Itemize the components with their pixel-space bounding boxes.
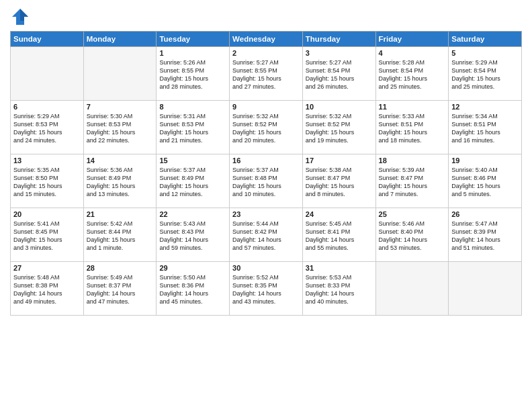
cell-info: Sunrise: 5:29 AM Sunset: 8:54 PM Dayligh… bbox=[451, 58, 519, 91]
calendar-cell: 12Sunrise: 5:34 AM Sunset: 8:51 PM Dayli… bbox=[449, 101, 522, 154]
header bbox=[10, 7, 522, 27]
cell-info: Sunrise: 5:32 AM Sunset: 8:52 PM Dayligh… bbox=[306, 112, 373, 145]
day-number: 2 bbox=[232, 49, 300, 57]
cell-info: Sunrise: 5:27 AM Sunset: 8:55 PM Dayligh… bbox=[232, 58, 300, 91]
day-number: 9 bbox=[232, 103, 300, 111]
day-number: 29 bbox=[159, 264, 226, 272]
day-number: 26 bbox=[451, 210, 519, 218]
day-number: 1 bbox=[159, 49, 226, 57]
day-number: 27 bbox=[13, 264, 81, 272]
day-number: 11 bbox=[379, 103, 446, 111]
cell-info: Sunrise: 5:46 AM Sunset: 8:40 PM Dayligh… bbox=[379, 220, 446, 253]
day-number: 23 bbox=[232, 210, 300, 218]
day-number: 3 bbox=[306, 49, 373, 57]
calendar-cell: 14Sunrise: 5:36 AM Sunset: 8:49 PM Dayli… bbox=[83, 154, 157, 208]
day-number: 24 bbox=[306, 210, 373, 218]
cell-info: Sunrise: 5:37 AM Sunset: 8:49 PM Dayligh… bbox=[159, 166, 226, 199]
day-number: 22 bbox=[159, 210, 226, 218]
calendar-cell: 17Sunrise: 5:38 AM Sunset: 8:47 PM Dayli… bbox=[302, 154, 375, 208]
header-saturday: Saturday bbox=[449, 32, 522, 47]
calendar-cell: 3Sunrise: 5:27 AM Sunset: 8:54 PM Daylig… bbox=[302, 47, 375, 101]
calendar-cell bbox=[449, 262, 522, 316]
cell-info: Sunrise: 5:50 AM Sunset: 8:36 PM Dayligh… bbox=[159, 273, 226, 306]
calendar-cell bbox=[11, 47, 84, 101]
header-friday: Friday bbox=[375, 32, 449, 47]
calendar-cell: 19Sunrise: 5:40 AM Sunset: 8:46 PM Dayli… bbox=[449, 154, 522, 208]
calendar-cell: 11Sunrise: 5:33 AM Sunset: 8:51 PM Dayli… bbox=[375, 101, 449, 154]
day-number: 21 bbox=[87, 210, 154, 218]
calendar-cell: 21Sunrise: 5:42 AM Sunset: 8:44 PM Dayli… bbox=[83, 208, 157, 262]
cell-info: Sunrise: 5:40 AM Sunset: 8:46 PM Dayligh… bbox=[451, 166, 519, 199]
calendar-cell: 7Sunrise: 5:30 AM Sunset: 8:53 PM Daylig… bbox=[83, 101, 157, 154]
page-container: SundayMondayTuesdayWednesdayThursdayFrid… bbox=[0, 0, 532, 322]
cell-info: Sunrise: 5:37 AM Sunset: 8:48 PM Dayligh… bbox=[232, 166, 300, 199]
calendar-cell: 27Sunrise: 5:48 AM Sunset: 8:38 PM Dayli… bbox=[11, 262, 84, 316]
calendar-cell: 6Sunrise: 5:29 AM Sunset: 8:53 PM Daylig… bbox=[11, 101, 84, 154]
day-number: 13 bbox=[13, 156, 81, 165]
day-number: 16 bbox=[232, 156, 300, 165]
cell-info: Sunrise: 5:27 AM Sunset: 8:54 PM Dayligh… bbox=[306, 58, 373, 91]
header-sunday: Sunday bbox=[11, 32, 84, 47]
calendar-cell: 24Sunrise: 5:45 AM Sunset: 8:41 PM Dayli… bbox=[302, 208, 375, 262]
day-number: 4 bbox=[379, 49, 446, 57]
day-number: 20 bbox=[13, 210, 81, 218]
cell-info: Sunrise: 5:42 AM Sunset: 8:44 PM Dayligh… bbox=[87, 220, 154, 253]
calendar-week-3: 20Sunrise: 5:41 AM Sunset: 8:45 PM Dayli… bbox=[11, 208, 522, 262]
calendar-cell: 29Sunrise: 5:50 AM Sunset: 8:36 PM Dayli… bbox=[157, 262, 230, 316]
calendar-cell: 25Sunrise: 5:46 AM Sunset: 8:40 PM Dayli… bbox=[375, 208, 449, 262]
cell-info: Sunrise: 5:33 AM Sunset: 8:51 PM Dayligh… bbox=[379, 112, 446, 145]
calendar-cell: 10Sunrise: 5:32 AM Sunset: 8:52 PM Dayli… bbox=[302, 101, 375, 154]
day-number: 28 bbox=[87, 264, 154, 272]
calendar-cell: 26Sunrise: 5:47 AM Sunset: 8:39 PM Dayli… bbox=[449, 208, 522, 262]
calendar-cell: 8Sunrise: 5:31 AM Sunset: 8:53 PM Daylig… bbox=[157, 101, 230, 154]
cell-info: Sunrise: 5:52 AM Sunset: 8:35 PM Dayligh… bbox=[232, 273, 300, 306]
cell-info: Sunrise: 5:36 AM Sunset: 8:49 PM Dayligh… bbox=[87, 166, 154, 199]
header-wednesday: Wednesday bbox=[230, 32, 303, 47]
calendar-cell bbox=[375, 262, 449, 316]
day-number: 6 bbox=[13, 103, 81, 111]
cell-info: Sunrise: 5:41 AM Sunset: 8:45 PM Dayligh… bbox=[13, 220, 81, 253]
logo-icon bbox=[10, 7, 30, 27]
calendar-cell: 13Sunrise: 5:35 AM Sunset: 8:50 PM Dayli… bbox=[11, 154, 84, 208]
calendar-cell: 22Sunrise: 5:43 AM Sunset: 8:43 PM Dayli… bbox=[157, 208, 230, 262]
calendar-cell: 18Sunrise: 5:39 AM Sunset: 8:47 PM Dayli… bbox=[375, 154, 449, 208]
cell-info: Sunrise: 5:34 AM Sunset: 8:51 PM Dayligh… bbox=[451, 112, 519, 145]
calendar-cell: 4Sunrise: 5:28 AM Sunset: 8:54 PM Daylig… bbox=[375, 47, 449, 101]
calendar-week-2: 13Sunrise: 5:35 AM Sunset: 8:50 PM Dayli… bbox=[11, 154, 522, 208]
cell-info: Sunrise: 5:39 AM Sunset: 8:47 PM Dayligh… bbox=[379, 166, 446, 199]
logo bbox=[10, 7, 33, 27]
header-thursday: Thursday bbox=[302, 32, 375, 47]
calendar-table: SundayMondayTuesdayWednesdayThursdayFrid… bbox=[10, 31, 522, 316]
cell-info: Sunrise: 5:49 AM Sunset: 8:37 PM Dayligh… bbox=[87, 273, 154, 306]
cell-info: Sunrise: 5:45 AM Sunset: 8:41 PM Dayligh… bbox=[306, 220, 373, 253]
calendar-cell: 16Sunrise: 5:37 AM Sunset: 8:48 PM Dayli… bbox=[230, 154, 303, 208]
calendar-cell bbox=[83, 47, 157, 101]
calendar-cell: 1Sunrise: 5:26 AM Sunset: 8:55 PM Daylig… bbox=[157, 47, 230, 101]
calendar-cell: 2Sunrise: 5:27 AM Sunset: 8:55 PM Daylig… bbox=[230, 47, 303, 101]
cell-info: Sunrise: 5:32 AM Sunset: 8:52 PM Dayligh… bbox=[232, 112, 300, 145]
day-number: 8 bbox=[159, 103, 226, 111]
day-number: 31 bbox=[306, 264, 373, 272]
day-number: 15 bbox=[159, 156, 226, 165]
day-number: 14 bbox=[87, 156, 154, 165]
day-number: 5 bbox=[451, 49, 519, 57]
cell-info: Sunrise: 5:47 AM Sunset: 8:39 PM Dayligh… bbox=[451, 220, 519, 253]
cell-info: Sunrise: 5:53 AM Sunset: 8:33 PM Dayligh… bbox=[306, 273, 373, 306]
calendar-header-row: SundayMondayTuesdayWednesdayThursdayFrid… bbox=[11, 32, 522, 47]
calendar-cell: 28Sunrise: 5:49 AM Sunset: 8:37 PM Dayli… bbox=[83, 262, 157, 316]
day-number: 17 bbox=[306, 156, 373, 165]
day-number: 12 bbox=[451, 103, 519, 111]
cell-info: Sunrise: 5:43 AM Sunset: 8:43 PM Dayligh… bbox=[159, 220, 226, 253]
cell-info: Sunrise: 5:35 AM Sunset: 8:50 PM Dayligh… bbox=[13, 166, 81, 199]
day-number: 30 bbox=[232, 264, 300, 272]
calendar-cell: 23Sunrise: 5:44 AM Sunset: 8:42 PM Dayli… bbox=[230, 208, 303, 262]
calendar-week-4: 27Sunrise: 5:48 AM Sunset: 8:38 PM Dayli… bbox=[11, 262, 522, 316]
cell-info: Sunrise: 5:28 AM Sunset: 8:54 PM Dayligh… bbox=[379, 58, 446, 91]
day-number: 7 bbox=[87, 103, 154, 111]
day-number: 18 bbox=[379, 156, 446, 165]
calendar-cell: 20Sunrise: 5:41 AM Sunset: 8:45 PM Dayli… bbox=[11, 208, 84, 262]
header-tuesday: Tuesday bbox=[157, 32, 230, 47]
day-number: 25 bbox=[379, 210, 446, 218]
calendar-week-1: 6Sunrise: 5:29 AM Sunset: 8:53 PM Daylig… bbox=[11, 101, 522, 154]
day-number: 19 bbox=[451, 156, 519, 165]
